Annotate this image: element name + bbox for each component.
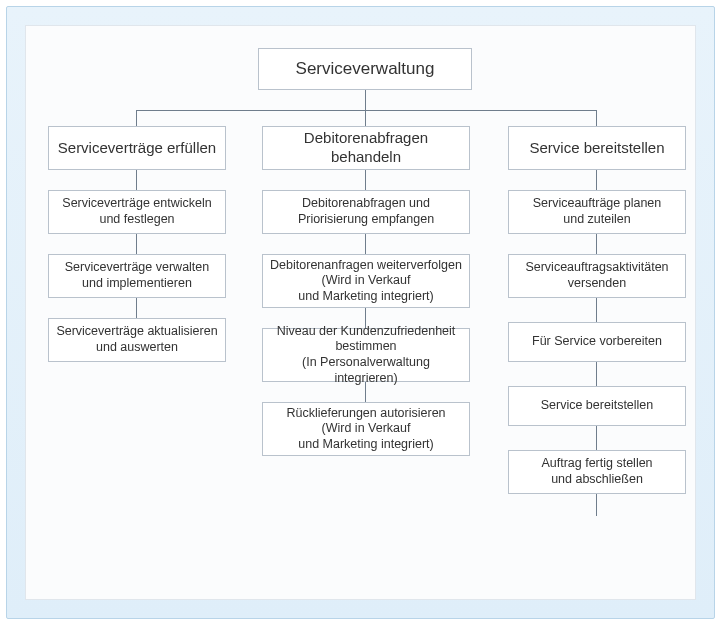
col2-item-label: Rücklieferungen autorisieren(Wird in Ver… [286, 406, 445, 453]
connector [136, 110, 596, 111]
col3-item: Service bereitstellen [508, 386, 686, 426]
root-node: Serviceverwaltung [258, 48, 472, 90]
col2-item-label: Debitorenabfragen undPriorisierung empfa… [298, 196, 434, 227]
col3-item-label: Service bereitstellen [541, 398, 654, 414]
col1-head-label: Serviceverträge erfüllen [58, 139, 216, 158]
col2-item: Debitorenanfragen weiterverfolgen(Wird i… [262, 254, 470, 308]
col1-item: Serviceverträge entwickelnund festlegen [48, 190, 226, 234]
col3-item-label: Serviceaufträge planenund zuteilen [533, 196, 662, 227]
col3-head: Service bereitstellen [508, 126, 686, 170]
col2-item: Rücklieferungen autorisieren(Wird in Ver… [262, 402, 470, 456]
col2-item: Debitorenabfragen undPriorisierung empfa… [262, 190, 470, 234]
col2-head-label: Debitorenabfragen behandeln [269, 129, 463, 167]
col3-item-label: Serviceauftragsaktivitätenversenden [525, 260, 668, 291]
col3-item: Serviceaufträge planenund zuteilen [508, 190, 686, 234]
col3-item: Auftrag fertig stellenund abschließen [508, 450, 686, 494]
diagram-inner: Serviceverwaltung Serviceverträge erfüll… [25, 25, 696, 600]
connector [365, 90, 366, 110]
root-title: Serviceverwaltung [296, 58, 435, 79]
col2-head: Debitorenabfragen behandeln [262, 126, 470, 170]
connector [365, 110, 366, 126]
col2-item-label: Debitorenanfragen weiterverfolgen(Wird i… [270, 258, 462, 305]
col3-item-label: Für Service vorbereiten [532, 334, 662, 350]
col2-item-label: Niveau der Kundenzufriedenheitbestimmen(… [269, 324, 463, 387]
col1-item-label: Serviceverträge entwickelnund festlegen [62, 196, 211, 227]
col3-item-label: Auftrag fertig stellenund abschließen [541, 456, 652, 487]
diagram-canvas: Serviceverwaltung Serviceverträge erfüll… [6, 6, 715, 619]
col1-item: Serviceverträge verwaltenund implementie… [48, 254, 226, 298]
col1-item-label: Serviceverträge verwaltenund implementie… [65, 260, 210, 291]
col1-head: Serviceverträge erfüllen [48, 126, 226, 170]
connector [136, 110, 137, 126]
col1-item-label: Serviceverträge aktualisierenund auswert… [56, 324, 217, 355]
col3-head-label: Service bereitstellen [529, 139, 664, 158]
col2-item: Niveau der Kundenzufriedenheitbestimmen(… [262, 328, 470, 382]
col1-item: Serviceverträge aktualisierenund auswert… [48, 318, 226, 362]
col3-item: Für Service vorbereiten [508, 322, 686, 362]
connector [596, 110, 597, 126]
col3-item: Serviceauftragsaktivitätenversenden [508, 254, 686, 298]
